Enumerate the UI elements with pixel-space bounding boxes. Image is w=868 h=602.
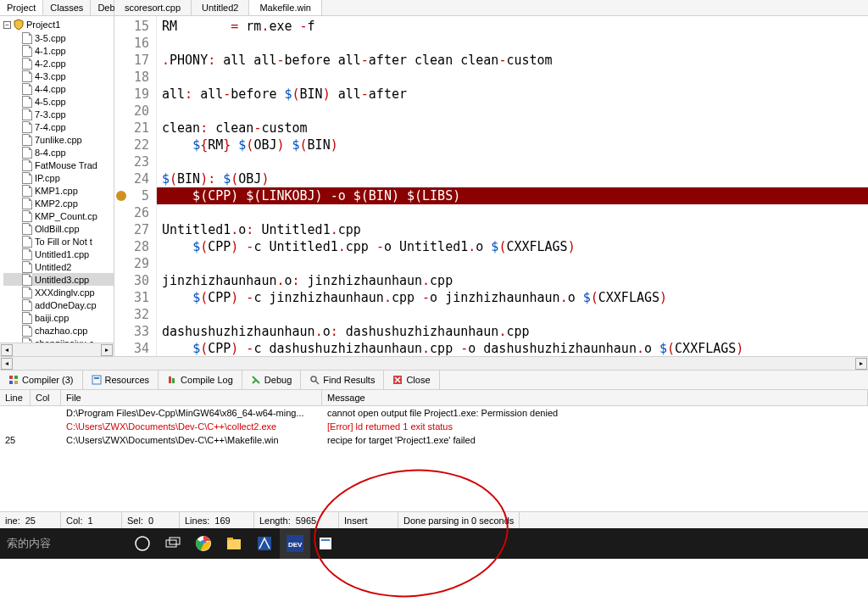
file-icon (22, 236, 32, 248)
scroll-right-icon[interactable]: ▸ (101, 344, 113, 356)
tree-item[interactable]: KMP2.cpp (3, 197, 114, 209)
file-icon (22, 185, 32, 197)
tree-item[interactable]: Untitled1.cpp (3, 248, 114, 260)
app-icon-1[interactable] (249, 528, 280, 559)
svg-rect-12 (166, 540, 176, 547)
file-label: XXXdinglv.cpp (35, 287, 95, 298)
file-label: 4-1.cpp (35, 46, 66, 56)
file-label: 7unlike.cpp (35, 135, 82, 145)
svg-rect-7 (172, 378, 175, 383)
message-row[interactable]: C:\Users\ZWX\Documents\Dev-C\C++\collect… (0, 420, 868, 433)
app-icon-2[interactable] (310, 528, 341, 559)
bottom-tab-find[interactable]: Find Results (301, 371, 384, 389)
code-lines[interactable]: RM = rm.exe -f.PHONY: all all-before all… (157, 16, 868, 356)
sidebar-tab-project[interactable]: Project (0, 0, 43, 15)
tree-item[interactable]: 3-5.cpp (3, 31, 114, 44)
col-col-header[interactable]: Col (31, 390, 61, 405)
file-label: baiji.cpp (35, 313, 69, 323)
bottom-tab-resources[interactable]: Resources (83, 371, 159, 389)
file-label: OldBill.cpp (35, 224, 80, 234)
tree-item[interactable]: Untitled2 (3, 260, 114, 273)
tree-item[interactable]: OldBill.cpp (3, 222, 114, 235)
file-icon (22, 159, 32, 171)
tree-item[interactable]: 4-4.cpp (3, 82, 114, 95)
tree-item[interactable]: 7-4.cpp (3, 120, 114, 133)
tree-item[interactable]: KMP1.cpp (3, 184, 114, 197)
svg-rect-17 (227, 538, 233, 540)
editor-hscroll[interactable]: ◂ ▸ (0, 356, 868, 370)
sidebar-hscroll[interactable]: ◂ ▸ (0, 343, 114, 356)
editor-tab[interactable]: Makefile.win (249, 0, 322, 15)
tree-item[interactable]: 4-2.cpp (3, 57, 114, 70)
message-area[interactable]: D:\Program Files\Dev-Cpp\MinGW64\x86_64-… (0, 406, 868, 511)
tree-item[interactable]: 7-3.cpp (3, 108, 114, 120)
status-mode: Insert (339, 512, 398, 528)
tree-item[interactable]: FatMouse Trad (3, 159, 114, 171)
editor-tab[interactable]: Untitled2 (192, 0, 249, 15)
bottom-tab-compiler[interactable]: Compiler (3) (0, 371, 83, 389)
file-icon (22, 325, 32, 337)
tree-item[interactable]: KMP_Count.cp (3, 209, 114, 222)
tree-item[interactable]: XXXdinglv.cpp (3, 286, 114, 298)
svg-point-11 (136, 537, 149, 550)
code-editor[interactable]: 1516171819202122232452627282930313233343… (114, 16, 868, 356)
tree-item[interactable]: 4-5.cpp (3, 95, 114, 108)
bottom-tab-debug[interactable]: Debug (242, 371, 301, 389)
project-root[interactable]: − Project1 (3, 18, 114, 31)
message-row[interactable]: D:\Program Files\Dev-Cpp\MinGW64\x86_64-… (0, 406, 868, 420)
col-line-header[interactable]: Line (0, 390, 31, 405)
file-label: 4-2.cpp (35, 59, 66, 69)
log-icon (167, 375, 177, 385)
sidebar-tab-classes[interactable]: Classes (43, 0, 91, 15)
svg-rect-4 (92, 376, 101, 384)
file-icon (22, 274, 32, 286)
file-label: FatMouse Trad (35, 160, 97, 170)
project-tree[interactable]: − Project1 3-5.cpp4-1.cpp4-2.cpp4-3.cpp4… (0, 16, 114, 343)
tree-item[interactable]: chazhao.cpp (3, 324, 114, 337)
file-icon (22, 96, 32, 108)
collapse-icon[interactable]: − (3, 21, 11, 29)
cortana-icon[interactable] (127, 528, 158, 559)
svg-rect-13 (170, 538, 180, 544)
tree-item[interactable]: 8-4.cpp (3, 146, 114, 159)
bottom-tab-close[interactable]: Close (384, 371, 439, 389)
file-icon (22, 198, 32, 209)
tree-item[interactable]: baiji.cpp (3, 311, 114, 324)
scroll-left-icon[interactable]: ◂ (1, 344, 13, 356)
svg-line-9 (315, 381, 319, 384)
windows-taskbar[interactable]: 索的内容 DEV (0, 528, 868, 559)
tree-item[interactable]: To Fill or Not t (3, 235, 114, 248)
file-icon (22, 312, 32, 324)
editor-tab[interactable]: scoresort.cpp (114, 0, 192, 15)
file-label: KMP1.cpp (35, 186, 78, 196)
explorer-icon[interactable] (219, 528, 249, 559)
svg-rect-16 (227, 539, 241, 549)
tree-item[interactable]: 4-3.cpp (3, 70, 114, 82)
file-icon (22, 134, 32, 146)
file-label: 4-3.cpp (35, 71, 66, 81)
tree-item[interactable]: IP.cpp (3, 171, 114, 184)
project-icon (13, 19, 25, 31)
tree-item[interactable]: 4-1.cpp (3, 44, 114, 57)
line-gutter[interactable]: 1516171819202122232452627282930313233343… (114, 16, 157, 356)
message-header: Line Col File Message (0, 390, 868, 406)
tree-item[interactable]: 7unlike.cpp (3, 133, 114, 146)
col-message-header[interactable]: Message (322, 390, 868, 405)
status-length: Length:5965 (254, 512, 339, 528)
scroll-right-icon[interactable]: ▸ (855, 358, 867, 370)
project-sidebar: ProjectClassesDebug − Project1 3-5.cpp4-… (0, 0, 114, 356)
status-col: Col:1 (61, 512, 122, 528)
message-row[interactable]: 25C:\Users\ZWX\Documents\Dev-C\C++\Makef… (0, 433, 868, 447)
tree-item[interactable]: Untitled3.cpp (3, 273, 114, 286)
bottom-tab-log[interactable]: Compile Log (159, 371, 242, 389)
col-file-header[interactable]: File (61, 390, 322, 405)
tree-item[interactable]: chengjipaixu.c (3, 337, 114, 343)
devcpp-icon[interactable]: DEV (280, 528, 310, 559)
taskview-icon[interactable] (158, 528, 188, 559)
scroll-left-icon[interactable]: ◂ (1, 358, 13, 370)
editor-tabs: scoresort.cppUntitled2Makefile.win (114, 0, 868, 16)
taskbar-search[interactable]: 索的内容 (0, 536, 127, 551)
tree-item[interactable]: addOneDay.cp (3, 298, 114, 311)
chrome-icon[interactable] (188, 528, 219, 559)
file-icon (22, 248, 32, 260)
